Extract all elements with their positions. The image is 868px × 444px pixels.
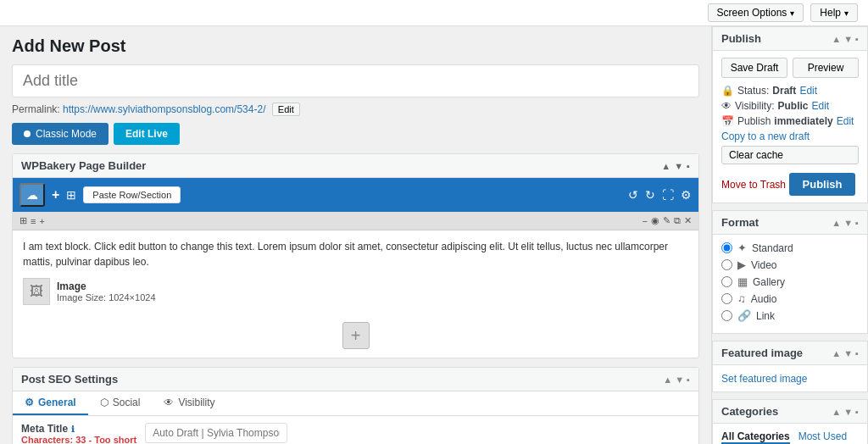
featured-image-down[interactable]: ▼ — [843, 348, 853, 358]
wpbakery-undo-button[interactable]: ↺ — [628, 188, 638, 202]
calendar-icon: 📅 — [721, 115, 734, 127]
format-radio-gallery[interactable] — [721, 276, 732, 287]
seo-chars-too-short: - Too short — [89, 435, 137, 444]
wpbakery-add-button[interactable]: + — [52, 187, 59, 203]
featured-image-title: Featured image — [721, 347, 803, 359]
wpbakery-row-toolbar: ⊞ ≡ + − ◉ ✎ ⧉ ✕ — [13, 212, 698, 230]
edit-live-button[interactable]: Edit Live — [114, 123, 180, 145]
seo-meta-info-icon[interactable]: ℹ — [71, 425, 75, 434]
format-option-standard: ✦ Standard — [721, 241, 859, 254]
screen-options-button[interactable]: Screen Options — [708, 3, 804, 22]
wpbakery-cloud-button[interactable]: ☁ — [19, 183, 45, 207]
format-collapse-up[interactable]: ▲ — [832, 218, 841, 228]
visibility-edit-link[interactable]: Edit — [811, 100, 829, 112]
publish-action-buttons: Save Draft Preview — [721, 58, 859, 78]
clear-cache-button[interactable]: Clear cache — [721, 146, 859, 164]
top-bar: Screen Options Help — [0, 0, 868, 26]
format-panel-title: Format — [721, 216, 759, 229]
wpbakery-section: WPBakery Page Builder ▲ ▼ ▪ ☁ + ⊞ Paste … — [12, 153, 699, 358]
format-option-gallery: ▦ Gallery — [721, 275, 859, 288]
featured-image-up[interactable]: ▲ — [832, 348, 841, 358]
wpbakery-settings-button[interactable]: ⚙ — [681, 188, 692, 202]
row-hide-btn[interactable]: − — [643, 216, 648, 226]
format-radio-video[interactable] — [721, 259, 732, 270]
seo-tab-visibility[interactable]: 👁 Visibility — [152, 391, 226, 415]
row-copy-btn[interactable]: ⧉ — [674, 215, 681, 226]
format-standard-label: Standard — [752, 242, 793, 254]
add-block-button[interactable]: + — [342, 322, 370, 349]
row-list-btn[interactable]: ≡ — [31, 216, 36, 226]
seo-section: Post SEO Settings ▲ ▼ ▪ ⚙ General ⬡ Soci… — [12, 367, 699, 444]
publish-panel-close[interactable]: ▪ — [855, 34, 859, 44]
seo-tab-social-label: Social — [113, 397, 141, 408]
publish-time-label: Publish — [737, 115, 771, 127]
row-bg-btn[interactable]: ◉ — [651, 215, 659, 226]
status-edit-link[interactable]: Edit — [799, 85, 817, 97]
categories-down[interactable]: ▼ — [843, 407, 853, 417]
format-audio-icon: ♫ — [737, 292, 746, 305]
format-video-icon: ▶ — [737, 258, 746, 271]
seo-tab-social[interactable]: ⬡ Social — [88, 391, 153, 415]
permalink-edit-button[interactable]: Edit — [272, 103, 300, 116]
wpbakery-collapse-up[interactable]: ▲ — [661, 161, 670, 171]
help-button[interactable]: Help — [810, 3, 858, 22]
move-trash-link[interactable]: Move to Trash — [721, 179, 786, 191]
publish-button[interactable]: Publish — [789, 173, 856, 196]
format-collapse-down[interactable]: ▼ — [843, 218, 853, 228]
seo-controls: ▲ ▼ ▪ — [663, 375, 690, 385]
categories-close[interactable]: ▪ — [855, 407, 859, 417]
image-size: Image Size: 1024×1024 — [57, 292, 156, 302]
categories-up[interactable]: ▲ — [832, 407, 841, 417]
seo-tab-general[interactable]: ⚙ General — [13, 391, 88, 415]
featured-image-panel: Featured image ▲ ▼ ▪ Set featured image — [712, 341, 868, 392]
publish-time-edit-link[interactable]: Edit — [837, 115, 854, 127]
row-add-btn[interactable]: + — [39, 216, 44, 226]
seo-meta-label-wrap: Meta Title ℹ Characters: 33 - Too short — [21, 423, 136, 444]
most-used-tab[interactable]: Most Used — [798, 430, 847, 444]
publish-collapse-down[interactable]: ▼ — [843, 34, 853, 44]
publish-time-row: 📅 Publish immediately Edit — [721, 115, 859, 127]
save-draft-button[interactable]: Save Draft — [721, 58, 787, 78]
all-categories-tab[interactable]: All Categories — [721, 430, 790, 444]
wpbakery-controls: ▲ ▼ ▪ — [661, 161, 690, 171]
format-radio-link[interactable] — [721, 310, 732, 321]
wpbakery-toolbar: ☁ + ⊞ Paste Row/Section ↺ ↻ ⛶ ⚙ — [13, 178, 698, 212]
status-label: Status: — [737, 85, 769, 97]
set-featured-image-link[interactable]: Set featured image — [721, 373, 807, 385]
post-title-input[interactable] — [12, 64, 699, 97]
wpbakery-redo-button[interactable]: ↻ — [645, 188, 655, 202]
row-delete-btn[interactable]: ✕ — [684, 215, 692, 226]
row-move-handle[interactable]: ⊞ — [19, 215, 27, 226]
publish-panel-header: Publish ▲ ▼ ▪ — [713, 27, 867, 51]
publish-collapse-up[interactable]: ▲ — [832, 34, 841, 44]
format-radio-audio[interactable] — [721, 293, 732, 304]
row-edit-btn[interactable]: ✎ — [663, 215, 670, 226]
classic-mode-button[interactable]: Classic Mode — [12, 123, 108, 145]
wpbakery-fullscreen-button[interactable]: ⛶ — [662, 188, 674, 202]
content-area: Add New Post Permalink: https://www.sylv… — [0, 26, 711, 444]
publish-panel-content: Save Draft Preview 🔒 Status: Draft Edit … — [713, 51, 867, 203]
featured-image-close[interactable]: ▪ — [855, 348, 859, 358]
format-panel-close[interactable]: ▪ — [855, 218, 859, 228]
preview-button[interactable]: Preview — [793, 58, 859, 78]
add-block-area: + — [13, 314, 698, 358]
seo-collapse-down[interactable]: ▼ — [675, 375, 684, 385]
seo-visibility-icon: 👁 — [164, 397, 174, 408]
wpbakery-grid-button[interactable]: ⊞ — [66, 188, 76, 202]
permalink-url[interactable]: https://www.sylviathompsonsblog.com/534-… — [63, 103, 265, 115]
featured-image-content: Set featured image — [713, 365, 867, 391]
seo-meta-title-input[interactable] — [145, 423, 287, 443]
format-standard-icon: ✦ — [737, 241, 747, 254]
format-radio-standard[interactable] — [721, 242, 732, 253]
image-label: Image — [57, 280, 156, 292]
format-audio-label: Audio — [751, 293, 777, 305]
copy-draft-link[interactable]: Copy to a new draft — [721, 130, 859, 142]
wpbakery-collapse-down[interactable]: ▼ — [674, 161, 683, 171]
seo-close[interactable]: ▪ — [687, 375, 690, 385]
wpbakery-close[interactable]: ▪ — [687, 161, 690, 171]
wpbakery-paste-button[interactable]: Paste Row/Section — [83, 186, 181, 203]
seo-collapse-up[interactable]: ▲ — [663, 375, 672, 385]
featured-image-panel-header: Featured image ▲ ▼ ▪ — [713, 341, 867, 365]
seo-chars-display: Characters: 33 - Too short — [21, 435, 136, 444]
seo-meta-title-row: Meta Title ℹ Characters: 33 - Too short — [21, 423, 690, 444]
